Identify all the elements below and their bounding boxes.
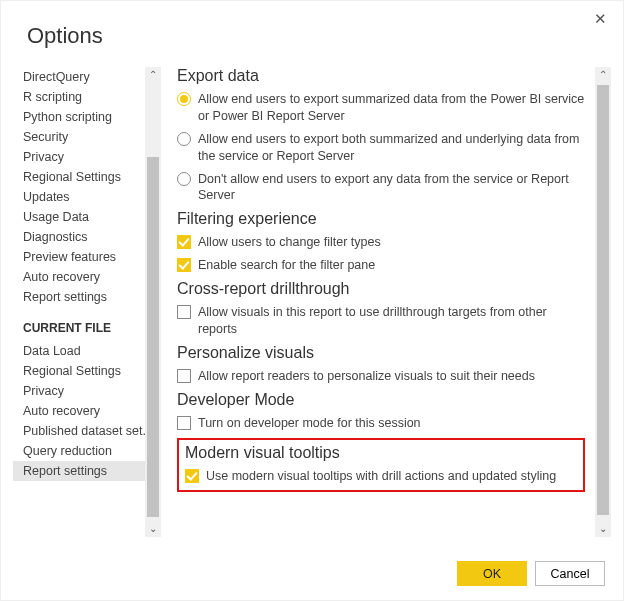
radio-export-summarized[interactable] [177, 92, 191, 106]
check-row-tooltips[interactable]: Use modern visual tooltips with drill ac… [185, 468, 577, 485]
sidebar-section-current-file: CURRENT FILE [13, 307, 145, 341]
checkbox-crossreport[interactable] [177, 305, 191, 319]
sidebar-item-report-settings-global[interactable]: Report settings [13, 287, 145, 307]
checkbox-devmode[interactable] [177, 416, 191, 430]
sidebar-scroll: DirectQuery R scripting Python scripting… [13, 67, 145, 537]
section-title-crossreport: Cross-report drillthrough [177, 280, 585, 298]
content-panel: Export data Allow end users to export su… [177, 67, 611, 537]
cancel-button[interactable]: Cancel [535, 561, 605, 586]
radio-label: Allow end users to export both summarize… [198, 131, 585, 165]
sidebar-item-r-scripting[interactable]: R scripting [13, 87, 145, 107]
close-icon[interactable]: ✕ [594, 11, 607, 26]
radio-row-export-1[interactable]: Allow end users to export summarized dat… [177, 91, 585, 125]
options-dialog: ✕ Options DirectQuery R scripting Python… [0, 0, 624, 601]
sidebar: DirectQuery R scripting Python scripting… [13, 67, 163, 537]
sidebar-item-data-load[interactable]: Data Load [13, 341, 145, 361]
checkbox-personalize[interactable] [177, 369, 191, 383]
sidebar-item-auto-recovery-global[interactable]: Auto recovery [13, 267, 145, 287]
sidebar-item-report-settings-file[interactable]: Report settings [13, 461, 145, 481]
highlight-box-tooltips: Modern visual tooltips Use modern visual… [177, 438, 585, 493]
section-title-tooltips: Modern visual tooltips [185, 444, 577, 462]
sidebar-item-privacy-file[interactable]: Privacy [13, 381, 145, 401]
section-title-personalize: Personalize visuals [177, 344, 585, 362]
sidebar-item-python-scripting[interactable]: Python scripting [13, 107, 145, 127]
sidebar-item-usage-data[interactable]: Usage Data [13, 207, 145, 227]
sidebar-item-auto-recovery-file[interactable]: Auto recovery [13, 401, 145, 421]
dialog-title: Options [27, 23, 611, 49]
content-scrollbar-thumb[interactable] [597, 85, 609, 515]
checkbox-filter-types[interactable] [177, 235, 191, 249]
radio-row-export-3[interactable]: Don't allow end users to export any data… [177, 171, 585, 205]
check-row-filter-search[interactable]: Enable search for the filter pane [177, 257, 585, 274]
sidebar-item-updates[interactable]: Updates [13, 187, 145, 207]
radio-export-none[interactable] [177, 172, 191, 186]
dialog-body: DirectQuery R scripting Python scripting… [13, 67, 611, 537]
sidebar-item-diagnostics[interactable]: Diagnostics [13, 227, 145, 247]
checkbox-label: Use modern visual tooltips with drill ac… [206, 468, 577, 485]
section-title-export: Export data [177, 67, 585, 85]
checkbox-filter-search[interactable] [177, 258, 191, 272]
checkbox-label: Turn on developer mode for this session [198, 415, 585, 432]
checkbox-label: Allow users to change filter types [198, 234, 585, 251]
chevron-down-icon[interactable]: ⌄ [145, 521, 161, 537]
check-row-filter-types[interactable]: Allow users to change filter types [177, 234, 585, 251]
content-scrollbar[interactable]: ⌃ ⌄ [595, 67, 611, 537]
sidebar-scrollbar[interactable]: ⌃ ⌄ [145, 67, 161, 537]
sidebar-item-regional-global[interactable]: Regional Settings [13, 167, 145, 187]
sidebar-item-published-dataset[interactable]: Published dataset set... [13, 421, 145, 441]
sidebar-item-privacy-global[interactable]: Privacy [13, 147, 145, 167]
sidebar-list: DirectQuery R scripting Python scripting… [13, 67, 145, 481]
sidebar-item-preview-features[interactable]: Preview features [13, 247, 145, 267]
ok-button[interactable]: OK [457, 561, 527, 586]
chevron-up-icon[interactable]: ⌃ [595, 67, 611, 83]
sidebar-item-security[interactable]: Security [13, 127, 145, 147]
sidebar-item-query-reduction[interactable]: Query reduction [13, 441, 145, 461]
check-row-crossreport[interactable]: Allow visuals in this report to use dril… [177, 304, 585, 338]
section-title-filtering: Filtering experience [177, 210, 585, 228]
dialog-footer: OK Cancel [457, 561, 605, 586]
check-row-personalize[interactable]: Allow report readers to personalize visu… [177, 368, 585, 385]
radio-export-both[interactable] [177, 132, 191, 146]
radio-row-export-2[interactable]: Allow end users to export both summarize… [177, 131, 585, 165]
radio-label: Don't allow end users to export any data… [198, 171, 585, 205]
check-row-devmode[interactable]: Turn on developer mode for this session [177, 415, 585, 432]
radio-label: Allow end users to export summarized dat… [198, 91, 585, 125]
chevron-down-icon[interactable]: ⌄ [595, 521, 611, 537]
content-scroll: Export data Allow end users to export su… [177, 67, 591, 537]
sidebar-item-directquery[interactable]: DirectQuery [13, 67, 145, 87]
checkbox-label: Allow visuals in this report to use dril… [198, 304, 585, 338]
checkbox-label: Enable search for the filter pane [198, 257, 585, 274]
section-title-devmode: Developer Mode [177, 391, 585, 409]
sidebar-item-regional-file[interactable]: Regional Settings [13, 361, 145, 381]
checkbox-label: Allow report readers to personalize visu… [198, 368, 585, 385]
chevron-up-icon[interactable]: ⌃ [145, 67, 161, 83]
sidebar-scrollbar-thumb[interactable] [147, 157, 159, 517]
checkbox-tooltips[interactable] [185, 469, 199, 483]
